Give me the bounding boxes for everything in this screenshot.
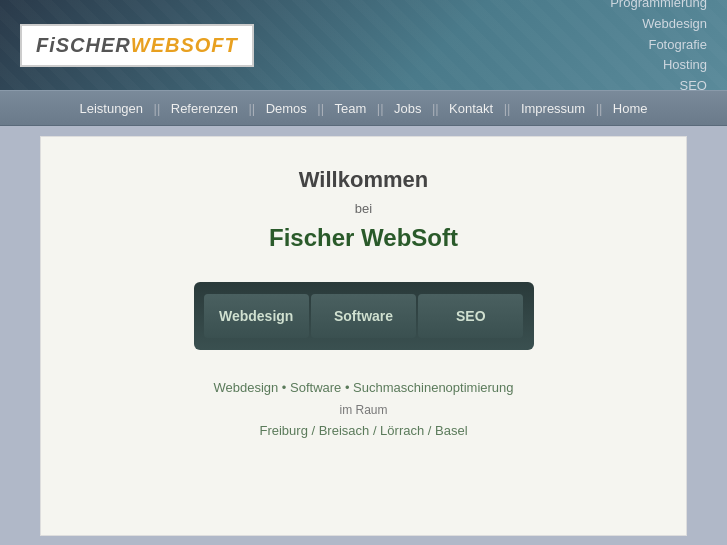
nav-sep-7: ||	[596, 101, 603, 116]
service-buttons: Webdesign Software SEO	[194, 282, 534, 350]
header-nav-hosting[interactable]: Hosting	[610, 55, 707, 76]
im-raum: im Raum	[61, 403, 666, 417]
nav-sep-1: ||	[154, 101, 161, 116]
nav-sep-3: ||	[317, 101, 324, 116]
nav-sep-6: ||	[504, 101, 511, 116]
nav-demos[interactable]: Demos	[260, 101, 313, 116]
nav-referenzen[interactable]: Referenzen	[165, 101, 244, 116]
service-btn-seo[interactable]: SEO	[418, 294, 523, 338]
header-nav-seo[interactable]: SEO	[610, 76, 707, 90]
service-btn-software[interactable]: Software	[311, 294, 416, 338]
services-line: Webdesign • Software • Suchmaschinenopti…	[61, 380, 666, 395]
logo-websoft: WEBSOFT	[131, 34, 238, 57]
nav-leistungen[interactable]: Leistungen	[73, 101, 149, 116]
header-nav-webdesign[interactable]: Webdesign	[610, 14, 707, 35]
welcome-title: Willkommen	[61, 167, 666, 193]
welcome-bei: bei	[61, 201, 666, 216]
main-content: Willkommen bei Fischer WebSoft Webdesign…	[40, 136, 687, 536]
nav-impressum[interactable]: Impressum	[515, 101, 591, 116]
nav-sep-4: ||	[377, 101, 384, 116]
nav-kontakt[interactable]: Kontakt	[443, 101, 499, 116]
service-btn-webdesign[interactable]: Webdesign	[204, 294, 309, 338]
logo-fischer: FiSCHER	[36, 34, 131, 57]
header-nav-fotografie[interactable]: Fotografie	[610, 35, 707, 56]
header-nav-programmierung[interactable]: Programmierung	[610, 0, 707, 14]
nav-team[interactable]: Team	[329, 101, 373, 116]
navbar: Leistungen || Referenzen || Demos || Tea…	[0, 90, 727, 126]
bottom-text: Webdesign • Software • Suchmaschinenopti…	[61, 380, 666, 438]
company-name: Fischer WebSoft	[61, 224, 666, 252]
nav-sep-2: ||	[248, 101, 255, 116]
cities-line: Freiburg / Breisach / Lörrach / Basel	[61, 423, 666, 438]
nav-jobs[interactable]: Jobs	[388, 101, 427, 116]
logo[interactable]: FiSCHERWEBSOFT	[20, 24, 254, 67]
header: FiSCHERWEBSOFT Programmierung Webdesign …	[0, 0, 727, 90]
nav-sep-5: ||	[432, 101, 439, 116]
nav-home[interactable]: Home	[607, 101, 654, 116]
header-nav-right: Programmierung Webdesign Fotografie Host…	[610, 0, 707, 90]
